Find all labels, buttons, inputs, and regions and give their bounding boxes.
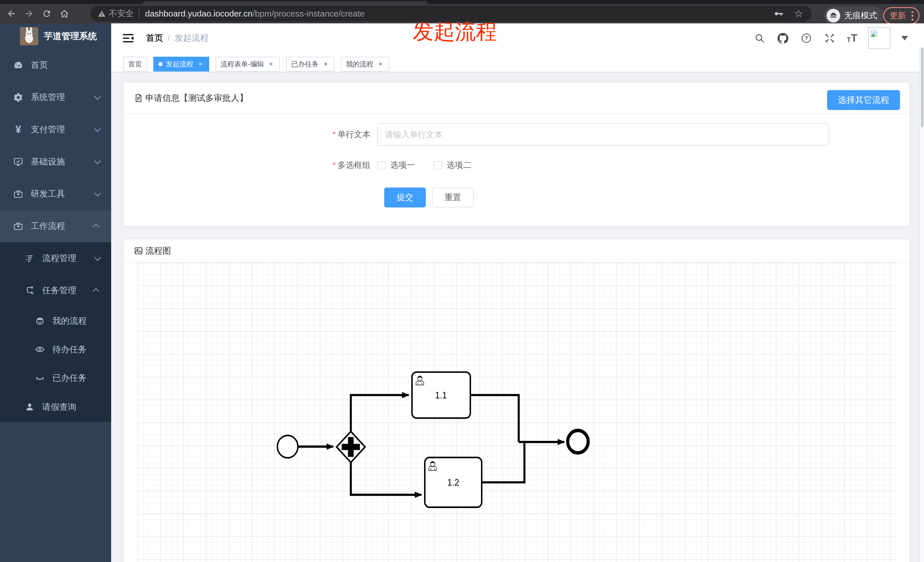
- chevron-down-icon: [94, 254, 101, 261]
- sidebar-item-dev-tools[interactable]: 研发工具: [0, 178, 111, 210]
- breadcrumb-home[interactable]: 首页: [146, 32, 163, 44]
- diagram-card-title: 流程图: [134, 245, 171, 257]
- sidebar-item-workflow[interactable]: 工作流程: [0, 210, 111, 242]
- browser-back-button[interactable]: [5, 7, 18, 20]
- tab-my-process[interactable]: 我的流程: [341, 57, 389, 72]
- process-diagram-card: 流程图: [123, 239, 910, 562]
- browser-home-button[interactable]: [58, 7, 70, 20]
- required-asterisk: *: [333, 130, 336, 139]
- bpmn-parallel-gateway[interactable]: [337, 432, 365, 463]
- tags-view-bar: 首页 发起流程 流程表单-编辑 已办任务 我的流程: [111, 53, 924, 72]
- bpmn-end-event[interactable]: [568, 431, 588, 453]
- incognito-icon: [826, 9, 840, 22]
- help-icon[interactable]: ?: [800, 32, 813, 45]
- app-logo[interactable]: 芋道管理系统: [0, 23, 111, 49]
- breadcrumb-current: 发起流程: [174, 32, 208, 44]
- browser-active-tab-top: [142, 1, 428, 4]
- dashboard-icon: [12, 60, 24, 71]
- checkbox-option-1[interactable]: 选项一: [377, 160, 415, 171]
- page-scrollbar[interactable]: [920, 47, 924, 562]
- sidebar-item-my-process[interactable]: 我的流程: [0, 307, 111, 335]
- reset-button[interactable]: 重置: [432, 187, 474, 207]
- bookmark-star-icon[interactable]: ☆: [792, 7, 805, 20]
- single-line-text-input[interactable]: [377, 123, 829, 146]
- required-asterisk: *: [333, 160, 336, 169]
- apply-card-title-text: 申请信息【测试多审批人】: [146, 92, 248, 104]
- back-arrow-icon: [6, 9, 16, 18]
- main-area: 首页 / 发起流程 ?: [111, 23, 924, 562]
- checkbox-icon[interactable]: [434, 161, 442, 169]
- sidebar-item-done-tasks[interactable]: 已办任务: [0, 364, 111, 392]
- apply-info-card: 申请信息【测试多审批人】 选择其它流程 *单行文本 *多选框组 选项一: [123, 82, 910, 226]
- sidebar-item-todo-tasks[interactable]: 待办任务: [0, 335, 111, 364]
- forward-arrow-icon: [24, 9, 34, 18]
- sidebar-item-infrastructure[interactable]: 基础设施: [0, 145, 111, 178]
- not-secure-label: 不安全: [109, 8, 134, 19]
- url-path: /bpm/process-instance/create: [252, 9, 365, 18]
- choose-other-process-button[interactable]: 选择其它流程: [827, 90, 900, 110]
- checkbox-group: 选项一 选项二: [377, 160, 471, 171]
- submit-button[interactable]: 提交: [384, 187, 426, 207]
- sidebar-item-label: 首页: [31, 59, 48, 71]
- edge-task2-join: [482, 442, 524, 483]
- page-content: 申请信息【测试多审批人】 选择其它流程 *单行文本 *多选框组 选项一: [111, 72, 924, 562]
- fullscreen-icon[interactable]: [824, 32, 836, 45]
- sidebar-item-home[interactable]: 首页: [0, 49, 111, 81]
- briefcase-icon: [12, 220, 24, 232]
- tab-label: 流程表单-编辑: [220, 60, 264, 69]
- close-icon[interactable]: [267, 60, 275, 68]
- yen-icon: ¥: [12, 124, 24, 135]
- incognito-badge: 无痕模式: [824, 6, 884, 25]
- sidebar-item-task-management[interactable]: 任务管理: [0, 274, 111, 307]
- close-icon[interactable]: [377, 60, 384, 68]
- sidebar-item-leave-query[interactable]: 请假查询: [0, 392, 111, 422]
- password-key-icon[interactable]: [772, 7, 785, 20]
- sidebar-item-label: 支付管理: [31, 124, 65, 135]
- app-title: 芋道管理系统: [44, 30, 97, 42]
- sidebar-item-process-management[interactable]: 流程管理: [0, 242, 111, 274]
- tab-home[interactable]: 首页: [123, 57, 147, 72]
- screen: 不安全 dashboard.yudao.iocoder.cn/bpm/proce…: [0, 0, 924, 562]
- chevron-down-icon: [94, 190, 101, 196]
- font-size-icon[interactable]: [847, 33, 857, 43]
- user-avatar[interactable]: [868, 27, 890, 49]
- chevron-down-icon: [94, 157, 101, 165]
- home-icon: [60, 9, 69, 18]
- tab-start-process[interactable]: 发起流程: [153, 57, 209, 72]
- browser-refresh-button[interactable]: [40, 7, 53, 20]
- search-icon[interactable]: [753, 32, 766, 45]
- checkbox-option-2[interactable]: 选项二: [434, 160, 471, 171]
- browser-forward-button[interactable]: [23, 7, 35, 20]
- close-icon[interactable]: [322, 60, 330, 68]
- gear-icon: [12, 92, 24, 103]
- bpmn-diagram: 1.1 1.2: [137, 263, 896, 562]
- checkbox-icon[interactable]: [377, 161, 386, 169]
- tab-done-tasks[interactable]: 已办任务: [286, 57, 334, 72]
- sidebar-item-label: 工作流程: [31, 220, 65, 232]
- close-icon[interactable]: [196, 60, 204, 68]
- scrollbar-thumb[interactable]: [921, 47, 924, 127]
- edge-task1-join: [470, 395, 519, 442]
- bpmn-start-event[interactable]: [278, 435, 298, 458]
- github-icon[interactable]: [777, 32, 789, 45]
- eye-closed-icon: [34, 372, 46, 384]
- avatar-caret-icon[interactable]: [901, 36, 908, 40]
- tab-form-edit[interactable]: 流程表单-编辑: [216, 57, 280, 72]
- logo-avatar: [20, 27, 38, 45]
- sidebar-item-system[interactable]: 系统管理: [0, 81, 111, 114]
- bpmn-canvas[interactable]: 1.1 1.2: [137, 263, 896, 562]
- bpmn-user-task-1[interactable]: 1.1: [412, 372, 471, 418]
- bpmn-user-task-2[interactable]: 1.2: [424, 457, 482, 507]
- omnibox-divider: [139, 9, 140, 18]
- sidebar-item-payment[interactable]: ¥ 支付管理: [0, 114, 111, 145]
- browser-menu-kebab-icon[interactable]: [910, 10, 915, 22]
- sidebar-item-label: 流程管理: [42, 252, 76, 264]
- browser-update-button[interactable]: 更新: [883, 7, 920, 24]
- update-label: 更新: [890, 10, 906, 21]
- sidebar-collapse-button[interactable]: [122, 32, 135, 45]
- address-bar[interactable]: 不安全 dashboard.yudao.iocoder.cn/bpm/proce…: [91, 6, 812, 22]
- chevron-up-icon: [93, 223, 99, 230]
- list-icon: [24, 253, 35, 264]
- sidebar-item-label: 待办任务: [52, 344, 87, 355]
- breadcrumb-separator: /: [168, 33, 170, 43]
